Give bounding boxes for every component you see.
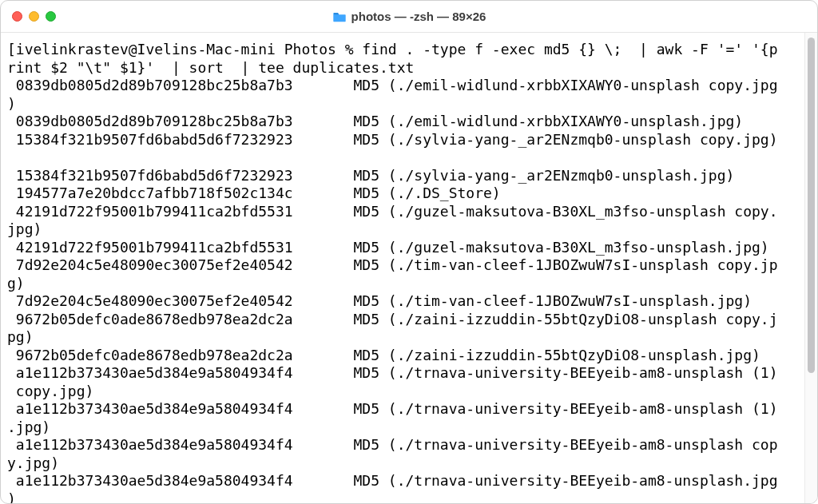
titlebar[interactable]: photos — -zsh — 89×26 [1,1,817,33]
traffic-lights [1,11,56,22]
minimize-icon[interactable] [29,11,39,22]
terminal-area: [ivelinkrastev@Ivelins-Mac-mini Photos %… [1,33,817,503]
close-icon[interactable] [12,11,22,22]
window-title: photos — -zsh — 89×26 [1,10,817,23]
scroll-thumb[interactable] [808,38,815,373]
terminal-output[interactable]: [ivelinkrastev@Ivelins-Mac-mini Photos %… [1,33,804,503]
folder-icon [332,11,347,22]
terminal-window: photos — -zsh — 89×26 [ivelinkrastev@Ive… [0,0,818,504]
scrollbar[interactable] [804,33,817,503]
maximize-icon[interactable] [46,11,56,22]
window-title-text: photos — -zsh — 89×26 [351,10,486,23]
